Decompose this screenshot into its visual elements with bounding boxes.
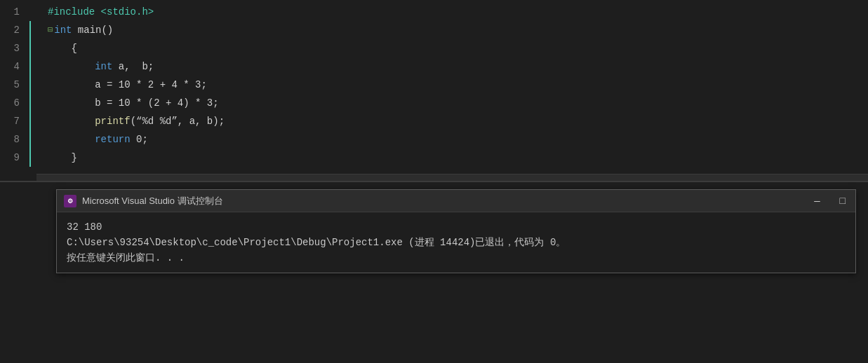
code-line-5: a = 10 * 2 + 4 * 3; — [36, 76, 868, 94]
line-number-6: 6 — [0, 94, 27, 112]
code-line-3: { — [36, 39, 868, 57]
minimize-button[interactable]: — — [811, 196, 822, 207]
code-line-7: printf(“%d %d”, a, b); — [36, 112, 868, 130]
code-content[interactable]: #include <stdio.h> ⊟int main() { int a, … — [36, 0, 868, 181]
code-editor-container: 1 2 3 4 5 6 7 8 9 — [0, 0, 868, 363]
code-line-2: ⊟int main() — [36, 21, 868, 39]
console-output-line2: C:\Users\93254\Desktop\c_code\Project1\D… — [67, 235, 846, 250]
code-line-9: } — [36, 149, 868, 167]
console-title: Microsoft Visual Studio 调试控制台 — [82, 195, 811, 207]
line-numbers: 1 2 3 4 5 6 7 8 9 — [0, 0, 27, 181]
line-number-4: 4 — [0, 57, 27, 76]
gutter — [27, 0, 36, 181]
line-number-5: 5 — [0, 76, 27, 94]
code-editor: 1 2 3 4 5 6 7 8 9 — [0, 0, 868, 181]
code-line-1: #include <stdio.h> — [36, 3, 868, 21]
console-controls: — □ — [811, 196, 848, 207]
editor-console-separator — [0, 181, 868, 182]
console-window: ⚙ Microsoft Visual Studio 调试控制台 — □ 32 1… — [56, 189, 856, 273]
console-output-line3: 按任意键关闭此窗口. . . — [67, 250, 846, 266]
h-scrollbar[interactable] — [36, 174, 868, 181]
line-number-1: 1 — [0, 3, 27, 21]
collapse-icon[interactable]: ⊟ — [48, 21, 53, 39]
vs-icon: ⚙ — [64, 195, 76, 207]
line-number-9: 9 — [0, 149, 27, 167]
line-number-2: 2 — [0, 21, 27, 39]
console-titlebar: ⚙ Microsoft Visual Studio 调试控制台 — □ — [57, 190, 855, 212]
console-output-line1: 32 180 — [67, 219, 846, 235]
line-number-7: 7 — [0, 112, 27, 130]
line-number-8: 8 — [0, 130, 27, 149]
console-output: 32 180 C:\Users\93254\Desktop\c_code\Pro… — [57, 212, 855, 273]
line-number-3: 3 — [0, 39, 27, 57]
code-line-4: int a, b; — [36, 57, 868, 76]
code-line-6: b = 10 * (2 + 4) * 3; — [36, 94, 868, 112]
restore-button[interactable]: □ — [837, 196, 848, 207]
code-line-8: return 0; — [36, 130, 868, 149]
